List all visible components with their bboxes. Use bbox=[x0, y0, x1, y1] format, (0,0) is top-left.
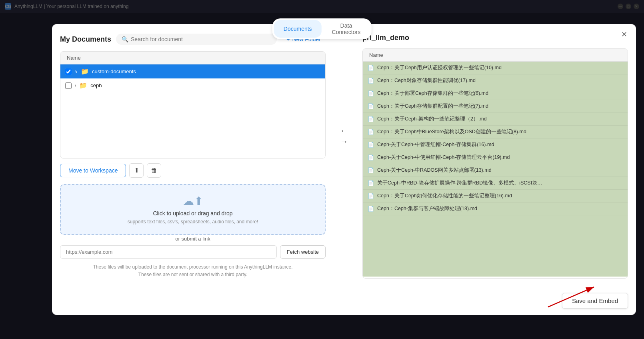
file-name-ceph: ceph bbox=[90, 82, 320, 88]
expand-arrow-ceph: › bbox=[75, 83, 76, 88]
workspace-file-row[interactable]: 📄Ceph：Ceph-集群与客户端故障处理(18).md bbox=[363, 203, 628, 215]
workspace-file-row[interactable]: 📄Ceph：关于Ceph-架构的一些笔记整理（2）.md bbox=[363, 113, 628, 126]
file-list-header: Name bbox=[60, 52, 325, 64]
modal-content: My Documents 🔍 + New Folder Name ∨ bbox=[52, 24, 636, 287]
document-icon: 📄 bbox=[368, 180, 374, 186]
document-icon: 📄 bbox=[368, 78, 374, 84]
file-list: ∨ 📁 custom-documents › 📁 ceph bbox=[60, 64, 325, 92]
upload-zone[interactable]: ☁⬆ Click to upload or drag and drop supp… bbox=[60, 184, 326, 235]
arrow-left-icon: ← bbox=[340, 126, 348, 135]
upload-icon: ⬆ bbox=[134, 166, 139, 174]
tab-data-connectors[interactable]: Data Connectors bbox=[322, 20, 370, 38]
modal-close-button[interactable]: ✕ bbox=[618, 29, 630, 40]
workspace-file-name: Ceph：关于Ceph中BlueStore架构以及OSD创建的一些笔记(8).m… bbox=[377, 128, 526, 135]
workspace-file-name: Ceph：关于Ceph-架构的一些笔记整理（2）.md bbox=[377, 116, 487, 122]
workspace-file-name: Ceph-关于Ceph-中管理红帽-Ceph-存储集群(16).md bbox=[377, 141, 494, 148]
document-icon: 📄 bbox=[368, 65, 374, 71]
cloud-upload-icon: ☁⬆ bbox=[183, 195, 203, 208]
action-bar: Move to Workspace ⬆ 🗑 bbox=[60, 163, 326, 178]
close-icon: ✕ bbox=[621, 30, 627, 39]
modal-dialog: ✕ My Documents 🔍 + New Folder Name bbox=[52, 24, 636, 315]
right-panel: pri_llm_demo Name 📄Ceph：关于Ceph用户认证授权管理的一… bbox=[354, 34, 628, 279]
workspace-title: pri_llm_demo bbox=[362, 34, 628, 42]
fetch-website-button[interactable]: Fetch website bbox=[280, 245, 326, 259]
move-to-workspace-button[interactable]: Move to Workspace bbox=[60, 164, 126, 177]
workspace-file-header: Name bbox=[363, 49, 628, 62]
file-row-ceph[interactable]: › 📁 ceph bbox=[60, 78, 325, 92]
document-icon: 📄 bbox=[368, 90, 374, 96]
workspace-file-name: Ceph-关于Ceph-中使用红帽-Ceph-存储管理云平台(19).md bbox=[377, 154, 510, 161]
document-icon: 📄 bbox=[368, 167, 374, 173]
save-and-embed-button[interactable]: Save and Embed bbox=[562, 293, 628, 309]
document-icon: 📄 bbox=[368, 116, 374, 122]
document-icon: 📄 bbox=[368, 129, 374, 135]
upload-sub-text: supports text files, csv's, spreadsheets… bbox=[128, 219, 258, 225]
workspace-file-row[interactable]: 📄Ceph：关于Ceph用户认证授权管理的一些笔记(10).md bbox=[363, 62, 628, 74]
workspace-file-row[interactable]: 📄Ceph：关于Ceph中BlueStore架构以及OSD创建的一些笔记(8).… bbox=[363, 126, 628, 138]
document-icon: 📄 bbox=[368, 103, 374, 109]
workspace-file-name: Ceph：关于Ceph用户认证授权管理的一些笔记(10).md bbox=[377, 64, 502, 71]
search-box[interactable]: 🔍 bbox=[116, 34, 277, 45]
arrow-right-icon: → bbox=[340, 137, 348, 146]
workspace-file-row[interactable]: 📄关于Ceph-中RBD-块存储扩展操作-跨集群RBD镜像、多模式、iSCSI块… bbox=[363, 177, 628, 190]
workspace-file-row[interactable]: 📄Ceph-关于Ceph-中管理红帽-Ceph-存储集群(16).md bbox=[363, 138, 628, 151]
workspace-file-name: Ceph-关于Ceph-中RADOS网关多站点部署(13).md bbox=[377, 167, 492, 174]
file-list-container: Name ∨ 📁 custom-documents › 📁 ceph bbox=[60, 51, 326, 158]
workspace-file-row[interactable]: 📄Ceph-关于Ceph-中使用红帽-Ceph-存储管理云平台(19).md bbox=[363, 151, 628, 164]
folder-icon-ceph: 📁 bbox=[79, 82, 87, 89]
collapse-arrow-custom-documents: ∨ bbox=[75, 69, 78, 74]
privacy-note: These files will be uploaded to the docu… bbox=[60, 263, 326, 279]
file-checkbox-ceph[interactable] bbox=[65, 82, 72, 89]
workspace-file-name: Ceph：Ceph-集群与客户端故障处理(18).md bbox=[377, 205, 477, 212]
tab-bar: Documents Data Connectors bbox=[272, 18, 372, 39]
workspace-file-name: Ceph：关于Ceph存储集群配置的一些笔记(7).md bbox=[377, 103, 488, 110]
workspace-file-row[interactable]: 📄Ceph：关于部署Ceph存储集群的一些笔记(6).md bbox=[363, 87, 628, 100]
workspace-file-name: Ceph：关于部署Ceph存储集群的一些笔记(6).md bbox=[377, 90, 488, 97]
search-icon: 🔍 bbox=[122, 36, 128, 42]
workspace-file-list: Name 📄Ceph：关于Ceph用户认证授权管理的一些笔记(10).md📄Ce… bbox=[362, 48, 628, 279]
url-input[interactable] bbox=[60, 245, 277, 259]
upload-main-text: Click to upload or drag and drop bbox=[153, 210, 232, 217]
left-panel: My Documents 🔍 + New Folder Name ∨ bbox=[60, 34, 334, 279]
document-icon: 📄 bbox=[368, 206, 374, 212]
search-input[interactable] bbox=[131, 36, 271, 42]
workspace-file-name: 关于Ceph-中RBD-块存储扩展操作-跨集群RBD镜像、多模式、iSCSI块… bbox=[377, 180, 542, 187]
workspace-file-row[interactable]: 📄Ceph：Ceph对象存储集群性能调优(17).md bbox=[363, 74, 628, 87]
document-icon: 📄 bbox=[368, 142, 374, 148]
document-icon: 📄 bbox=[368, 154, 374, 160]
folder-icon-custom-documents: 📁 bbox=[81, 68, 89, 75]
transfer-arrows: ← → bbox=[334, 126, 354, 146]
file-checkbox-custom-documents[interactable] bbox=[65, 68, 72, 75]
delete-icon: 🗑 bbox=[151, 167, 157, 174]
document-icon: 📄 bbox=[368, 193, 374, 199]
workspace-file-row[interactable]: 📄Ceph-关于Ceph-中RADOS网关多站点部署(13).md bbox=[363, 164, 628, 177]
workspace-file-row[interactable]: 📄Ceph：关于Ceph存储集群配置的一些笔记(7).md bbox=[363, 100, 628, 113]
upload-doc-button[interactable]: ⬆ bbox=[129, 163, 144, 178]
delete-button[interactable]: 🗑 bbox=[147, 163, 161, 178]
workspace-file-row[interactable]: 📄Ceph：关于Ceph如何优化存储性能的一些笔记整理(16).md bbox=[363, 190, 628, 203]
or-submit-label: or submit a link bbox=[175, 236, 210, 242]
or-submit-label-container: or submit a link bbox=[60, 235, 326, 242]
tab-documents[interactable]: Documents bbox=[274, 20, 322, 38]
file-row-custom-documents[interactable]: ∨ 📁 custom-documents bbox=[60, 64, 325, 78]
url-row: Fetch website bbox=[60, 245, 326, 259]
workspace-file-name: Ceph：Ceph对象存储集群性能调优(17).md bbox=[377, 77, 476, 84]
file-name-custom-documents: custom-documents bbox=[92, 68, 320, 74]
modal-footer: Save and Embed bbox=[52, 287, 636, 315]
my-documents-title: My Documents bbox=[60, 35, 111, 44]
workspace-file-name: Ceph：关于Ceph如何优化存储性能的一些笔记整理(16).md bbox=[377, 193, 512, 199]
workspace-files: 📄Ceph：关于Ceph用户认证授权管理的一些笔记(10).md📄Ceph：Ce… bbox=[363, 62, 628, 277]
